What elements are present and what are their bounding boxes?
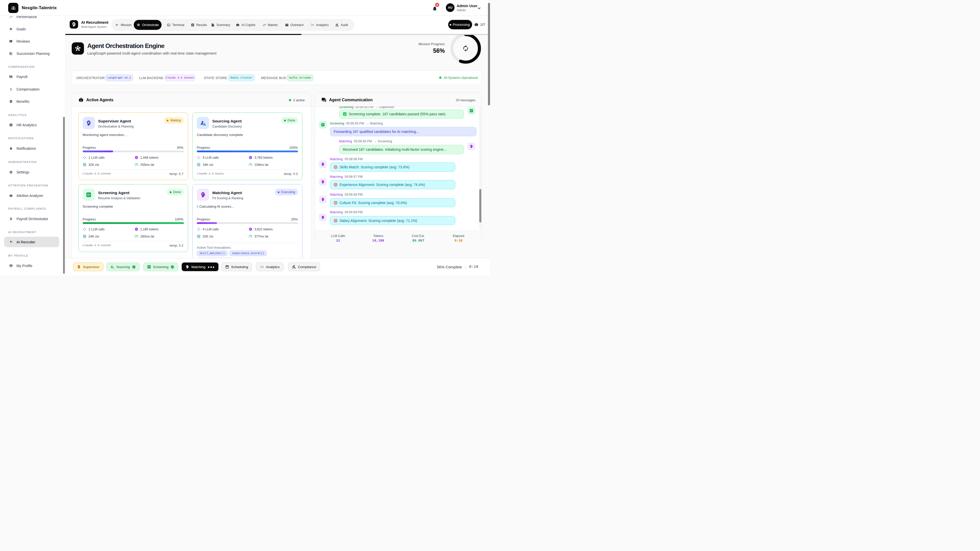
svg-text:?: ? [322, 216, 323, 218]
svg-text:?: ? [322, 198, 323, 200]
svg-text:?: ? [322, 181, 323, 183]
svg-text:?: ? [322, 163, 323, 165]
svg-text:?: ? [471, 145, 472, 147]
svg-text:?: ? [202, 193, 204, 196]
svg-text:?: ? [186, 266, 188, 268]
